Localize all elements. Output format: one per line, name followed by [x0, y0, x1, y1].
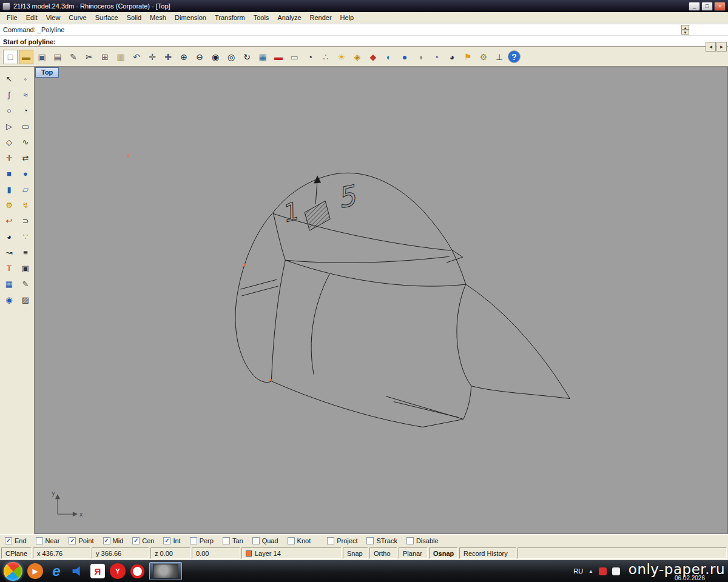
osnap-disable-checkbox[interactable]: [406, 537, 414, 544]
plane-icon[interactable]: ▱: [18, 182, 33, 197]
gray-sphere-icon[interactable]: ◑: [413, 50, 428, 64]
viewport[interactable]: Top 51xy: [35, 67, 728, 534]
osnap-end-checkbox[interactable]: ✓: [5, 537, 12, 544]
offset-icon[interactable]: ≡: [18, 245, 33, 260]
osnap-toggle[interactable]: Osnap: [429, 547, 458, 559]
axes-icon[interactable]: ⊥: [492, 50, 507, 64]
paste-icon[interactable]: ▥: [113, 50, 128, 64]
language-indicator[interactable]: RU: [573, 567, 583, 575]
box-icon[interactable]: ■: [1, 166, 17, 181]
snap-toggle[interactable]: Snap: [343, 547, 368, 559]
osnap-perp[interactable]: Perp: [190, 537, 214, 544]
zoom-window-icon[interactable]: ◉: [208, 50, 223, 64]
menu-curve[interactable]: Curve: [64, 13, 90, 22]
points-icon[interactable]: ∵: [18, 229, 33, 244]
menu-solid[interactable]: Solid: [123, 13, 146, 22]
menu-analyze[interactable]: Analyze: [273, 13, 305, 22]
osnap-point-checkbox[interactable]: ✓: [69, 537, 76, 544]
osnap-mid-checkbox[interactable]: ✓: [103, 537, 110, 544]
cylinder-icon[interactable]: ▮: [1, 182, 17, 197]
render-sphere-icon[interactable]: ◉: [1, 292, 17, 307]
point-icon[interactable]: ◦: [18, 72, 33, 87]
ie-icon[interactable]: e: [48, 561, 65, 581]
osnap-int[interactable]: ✓Int: [163, 537, 180, 544]
menu-transform[interactable]: Transform: [211, 13, 249, 22]
menu-dimension[interactable]: Dimension: [170, 13, 211, 22]
hatch-icon[interactable]: ▨: [18, 292, 33, 307]
text-icon[interactable]: T: [1, 261, 17, 276]
join-icon[interactable]: ⊃: [18, 213, 33, 229]
freeform-curve-icon[interactable]: ∿: [18, 135, 33, 150]
osnap-end[interactable]: ✓End: [5, 537, 27, 544]
osnap-project[interactable]: Project: [327, 537, 357, 544]
tray-icon[interactable]: [599, 567, 607, 575]
close-button[interactable]: ×: [714, 2, 726, 11]
mirror-icon[interactable]: ⇄: [18, 150, 33, 166]
car-icon[interactable]: ▬: [271, 50, 286, 64]
zoom-out-icon[interactable]: ⊖: [192, 50, 207, 64]
menu-render[interactable]: Render: [306, 13, 336, 22]
viewport-canvas[interactable]: 51xy: [35, 67, 727, 534]
new-file-icon[interactable]: □: [3, 50, 18, 64]
zoom-in-icon[interactable]: ⊕: [177, 50, 191, 64]
lock-icon[interactable]: ◈: [350, 50, 365, 64]
menu-tools[interactable]: Tools: [249, 13, 274, 22]
open-file-icon[interactable]: ▬: [19, 50, 33, 64]
record-history-toggle[interactable]: Record History: [459, 547, 516, 559]
osnap-tan[interactable]: Tan: [223, 537, 243, 544]
menu-help[interactable]: Help: [336, 13, 359, 22]
planar-toggle[interactable]: Planar: [399, 547, 428, 559]
osnap-quad[interactable]: Quad: [252, 537, 278, 544]
hook-icon[interactable]: ↩: [1, 213, 17, 229]
osnap-mid[interactable]: ✓Mid: [103, 537, 124, 544]
osnap-int-checkbox[interactable]: ✓: [163, 537, 170, 544]
copy-icon[interactable]: ⊞: [98, 50, 112, 64]
curve-icon[interactable]: ∫: [1, 87, 17, 102]
checker-sphere-icon[interactable]: ◔: [429, 50, 443, 64]
cplane-button[interactable]: CPlane: [1, 547, 32, 559]
yandex-icon[interactable]: Я: [90, 564, 105, 578]
help-icon[interactable]: ?: [508, 50, 521, 63]
osnap-strack-checkbox[interactable]: [366, 537, 374, 544]
print-icon[interactable]: ▤: [50, 50, 65, 64]
start-button[interactable]: [4, 562, 22, 581]
save-icon[interactable]: ▣: [35, 50, 49, 64]
command-prompt-row[interactable]: Start of polyline: ◄ ►: [0, 36, 728, 47]
grid-icon[interactable]: ▦: [1, 276, 17, 292]
media-player-icon[interactable]: ▶: [27, 563, 43, 579]
osnap-tan-checkbox[interactable]: [223, 537, 230, 544]
menu-file[interactable]: File: [2, 13, 22, 22]
gear-icon[interactable]: ⚙: [1, 198, 17, 213]
polyline-icon[interactable]: ▷: [1, 119, 17, 134]
arc-tool-icon[interactable]: ◔: [303, 50, 317, 64]
sphere-icon[interactable]: ●: [18, 166, 33, 181]
circle-icon[interactable]: ○: [1, 103, 17, 118]
select-icon[interactable]: ↖: [1, 72, 17, 87]
blue-sphere-icon[interactable]: ●: [397, 50, 412, 64]
osnap-strack[interactable]: STrack: [366, 537, 397, 544]
rectangle-icon[interactable]: ▭: [18, 119, 33, 134]
menu-view[interactable]: View: [42, 13, 65, 22]
osnap-perp-checkbox[interactable]: [190, 537, 197, 544]
rhino-taskbar-button[interactable]: [149, 562, 182, 580]
scroll-left-button[interactable]: ◄: [706, 42, 716, 52]
blend-icon[interactable]: ↝: [1, 245, 17, 260]
menu-mesh[interactable]: Mesh: [146, 13, 170, 22]
osnap-project-checkbox[interactable]: [327, 537, 334, 544]
move-view-icon[interactable]: ✚: [161, 50, 175, 64]
shaded-sphere-icon[interactable]: ◕: [1, 229, 17, 244]
export-icon[interactable]: ✎: [66, 50, 81, 64]
volume-mixer-icon[interactable]: [70, 563, 86, 579]
truck-icon[interactable]: ▭: [287, 50, 302, 64]
hidden-icons-button[interactable]: ▲: [588, 569, 593, 574]
move-icon[interactable]: ✛: [1, 150, 17, 166]
arc-icon[interactable]: ◔: [18, 103, 33, 118]
spinner-down-button[interactable]: ▼: [681, 30, 689, 35]
control-point-curve-icon[interactable]: ≈: [18, 87, 33, 102]
shaded-sphere-icon[interactable]: ◕: [445, 50, 459, 64]
spinner-up-button[interactable]: ▲: [681, 25, 689, 30]
osnap-point[interactable]: ✓Point: [69, 537, 93, 544]
zoom-extents-icon[interactable]: ◎: [224, 50, 238, 64]
osnap-cen[interactable]: ✓Cen: [132, 537, 154, 544]
osnap-knot[interactable]: Knot: [288, 537, 311, 544]
